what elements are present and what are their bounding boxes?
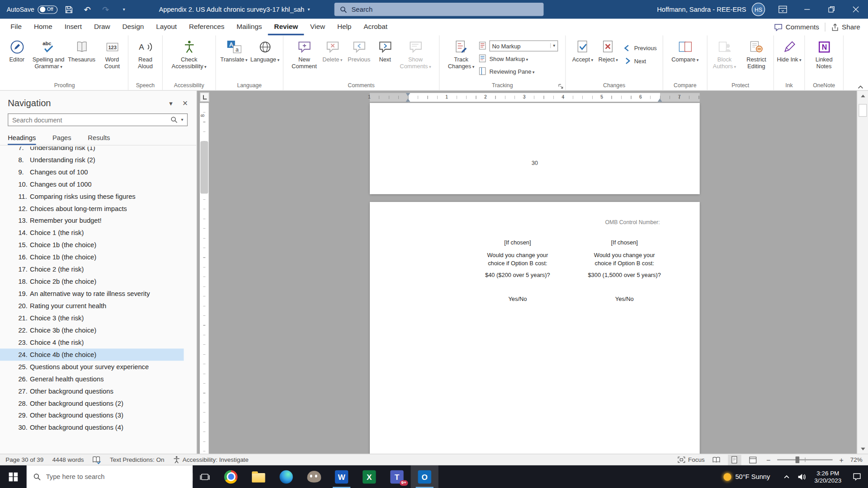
scrollbar-thumb[interactable] (859, 104, 867, 117)
taskbar-app-excel[interactable]: X (355, 465, 383, 488)
heading-item[interactable]: 7. Understanding risk (1) (0, 146, 184, 154)
track-changes-button[interactable]: Track Changes (445, 36, 477, 81)
account-name[interactable]: Hoffmann, Sandra - REE-ERS (657, 5, 746, 13)
show-comments-button[interactable]: Show Comments (397, 36, 434, 81)
focus-mode-button[interactable]: Focus (678, 456, 705, 463)
new-comment-button[interactable]: New Comment (289, 36, 320, 81)
heading-item[interactable]: 10. Changes out of 1000 (0, 178, 184, 190)
linked-notes-button[interactable]: N Linked Notes (808, 36, 840, 81)
taskbar-app-chrome[interactable] (217, 465, 245, 488)
page-info[interactable]: Page 30 of 39 (5, 456, 43, 463)
close-button[interactable] (844, 0, 868, 19)
reject-button[interactable]: Reject (595, 36, 621, 81)
zoom-slider-thumb[interactable] (796, 456, 800, 463)
heading-item[interactable]: 26. General health questions (0, 373, 184, 385)
chevron-down-icon[interactable]: ▾ (181, 117, 183, 122)
ribbon-tab[interactable]: Help (331, 19, 357, 36)
heading-item[interactable]: 21. Choice 3 (the risk) (0, 312, 184, 324)
ribbon-tab[interactable]: Home (28, 19, 58, 36)
compare-button[interactable]: Compare (669, 36, 701, 81)
heading-item[interactable]: 13. Remember your budget! (0, 215, 184, 227)
quick-access-customize-button[interactable]: ▾ (117, 1, 130, 18)
ribbon-tab[interactable]: Draw (88, 19, 116, 36)
heading-item[interactable]: 20. Rating your current health (0, 300, 184, 312)
document-search-input[interactable] (12, 117, 167, 123)
page-30[interactable]: 30 (370, 103, 700, 194)
taskbar-search-box[interactable] (27, 465, 193, 488)
accessibility-status[interactable]: Accessibility: Investigate (173, 456, 249, 464)
ribbon-tab[interactable]: Design (116, 19, 150, 36)
show-markup-button[interactable]: Show Markup (477, 52, 560, 65)
volume-button[interactable] (794, 465, 810, 488)
scroll-up-button[interactable] (858, 91, 868, 101)
horizontal-ruler[interactable]: 11234567 (370, 93, 700, 102)
ribbon-display-options-button[interactable] (770, 0, 795, 19)
navigation-tab[interactable]: Pages (52, 131, 71, 145)
hanging-indent-marker[interactable] (406, 99, 410, 102)
translate-button[interactable]: Aa Translate (218, 36, 250, 81)
hidden-icons-button[interactable] (779, 465, 794, 488)
hide-ink-button[interactable]: Hide Ink (775, 36, 803, 81)
vertical-scrollbar[interactable] (857, 91, 868, 454)
start-button[interactable] (0, 465, 27, 488)
document-search-box[interactable]: ▾ (8, 113, 188, 126)
taskbar-app-word[interactable]: W (328, 465, 355, 488)
heading-item[interactable]: 9. Changes out of 100 (0, 166, 184, 178)
read-aloud-button[interactable]: A Read Aloud (130, 36, 160, 81)
ribbon-tab[interactable]: Review (268, 19, 304, 36)
avatar[interactable]: HS (752, 3, 765, 16)
check-accessibility-button[interactable]: Check Accessibility (164, 36, 214, 81)
navigation-pane-close-button[interactable]: × (183, 98, 188, 108)
zoom-slider[interactable] (777, 459, 832, 460)
ribbon-tab[interactable]: View (304, 19, 331, 36)
titlebar-search[interactable] (335, 3, 544, 16)
heading-item[interactable]: 11. Comparing risks using these figures (0, 190, 184, 202)
heading-item[interactable]: 17. Choice 2 (the risk) (0, 263, 184, 276)
heading-item[interactable]: 15. Choice 1b (the choice) (0, 239, 184, 251)
collapse-ribbon-button[interactable] (858, 85, 863, 89)
tracking-dialog-launcher[interactable] (558, 84, 563, 89)
proofing-status-button[interactable] (93, 455, 101, 464)
taskbar-app-edge[interactable] (272, 465, 300, 488)
previous-comment-button[interactable]: Previous (345, 36, 373, 81)
heading-item[interactable]: 18. Choice 2b (the choice) (0, 276, 184, 288)
ribbon-tab[interactable]: Insert (58, 19, 88, 36)
right-indent-marker[interactable] (658, 99, 662, 102)
heading-item[interactable]: 24. Choice 4b (the choice) (0, 348, 184, 361)
thesaurus-button[interactable]: Thesaurus (66, 36, 98, 81)
navigation-pane-options-button[interactable]: ▾ (169, 99, 172, 107)
previous-change-button[interactable]: Previous (621, 42, 658, 54)
search-icon[interactable] (170, 116, 178, 123)
action-center-button[interactable] (846, 465, 868, 488)
heading-item[interactable]: 30. Other background questions (4) (0, 422, 184, 434)
next-change-button[interactable]: Next (621, 54, 658, 67)
block-authors-button[interactable]: Block Authors (708, 36, 740, 81)
web-layout-view-button[interactable] (746, 455, 760, 465)
save-button[interactable] (62, 1, 75, 18)
word-count-status[interactable]: 4448 words (52, 456, 84, 463)
accept-button[interactable]: Accept (570, 36, 595, 81)
restore-button[interactable] (819, 0, 844, 19)
spelling-grammar-button[interactable]: abc Spelling and Grammar (31, 36, 66, 81)
taskbar-app-gimp[interactable] (300, 465, 328, 488)
heading-item[interactable]: 12. Choices about long-term impacts (0, 202, 184, 215)
language-button[interactable]: Language (250, 36, 281, 81)
ribbon-tab[interactable]: Mailings (231, 19, 268, 36)
editor-button[interactable]: Editor (3, 36, 32, 81)
heading-item[interactable]: 22. Choice 3b (the choice) (0, 324, 184, 337)
undo-button[interactable]: ↶ (81, 1, 94, 18)
minimize-button[interactable] (795, 0, 819, 19)
heading-item[interactable]: 28. Other background questions (2) (0, 397, 184, 409)
read-mode-view-button[interactable] (710, 455, 723, 465)
navigation-tab[interactable]: Headings (8, 131, 36, 145)
word-count-button[interactable]: 123 Word Count (98, 36, 127, 81)
scroll-down-button[interactable] (858, 444, 868, 454)
task-view-button[interactable] (193, 465, 217, 488)
ribbon-tab[interactable]: References (183, 19, 231, 36)
taskbar-app-outlook[interactable]: O (411, 465, 439, 488)
zoom-in-button[interactable]: + (838, 455, 845, 464)
comments-button[interactable]: Comments (774, 23, 819, 31)
ribbon-tab[interactable]: Acrobat (358, 19, 394, 36)
ribbon-tab[interactable]: Layout (150, 19, 183, 36)
vertical-ruler[interactable]: 8 (200, 103, 209, 454)
